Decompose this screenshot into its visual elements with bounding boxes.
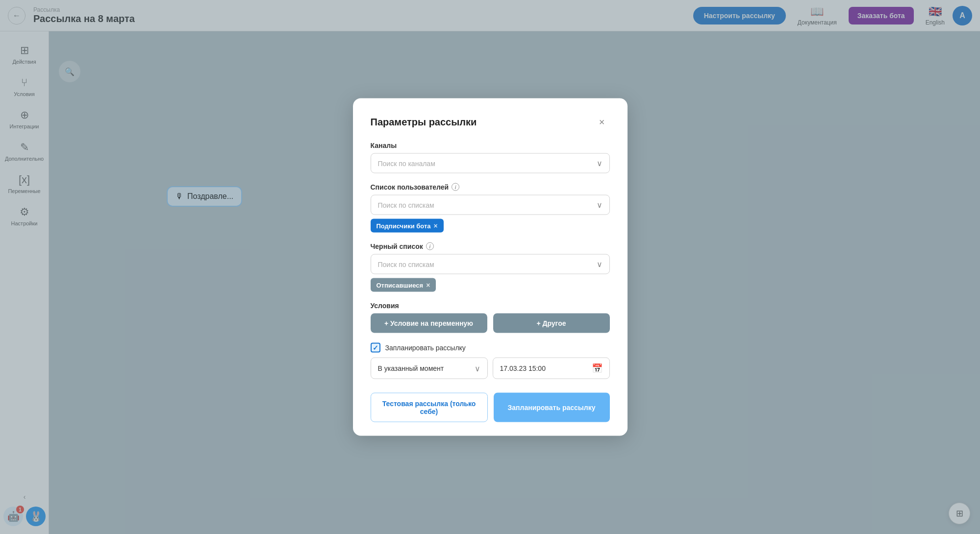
schedule-row: ✓ Запланировать рассылку [371,343,610,353]
blacklist-tags: Отписавшиеся × [371,278,610,292]
modal-header: Параметры рассылки × [371,114,610,130]
user-list-placeholder: Поиск по спискам [378,201,434,209]
condition-variable-button[interactable]: + Условие на переменную [371,314,487,333]
test-mailing-button[interactable]: Тестовая рассылка (только себе) [371,393,488,422]
blacklist-info-icon[interactable]: i [426,243,434,250]
blacklist-placeholder: Поиск по спискам [378,260,434,268]
channels-label: Каналы [371,142,610,149]
user-list-label: Список пользователей i [371,183,610,191]
tag-remove-unsubscribed[interactable]: × [426,281,430,289]
tag-unsubscribed[interactable]: Отписавшиеся × [371,278,436,292]
user-list-info-icon[interactable]: i [452,183,459,191]
tag-subscribers[interactable]: Подписчики бота × [371,219,444,233]
chevron-down-icon: ∨ [475,364,480,373]
schedule-date-picker[interactable]: 17.03.23 15:00 📅 [493,358,610,379]
user-list-dropdown[interactable]: Поиск по спискам ∨ [371,195,610,215]
channels-placeholder: Поиск по каналам [378,159,435,167]
channels-dropdown[interactable]: Поиск по каналам ∨ [371,153,610,173]
condition-other-button[interactable]: + Другое [493,314,610,333]
user-list-tags: Подписчики бота × [371,219,610,233]
tag-remove-subscribers[interactable]: × [434,222,438,230]
conditions-buttons-row: + Условие на переменную + Другое [371,314,610,333]
modal-footer: Тестовая рассылка (только себе) Запланир… [371,393,610,422]
tag-label: Подписчики бота [377,222,431,229]
conditions-section: Условия + Условие на переменную + Другое [371,302,610,333]
calendar-icon: 📅 [592,363,603,374]
chevron-down-icon: ∨ [597,260,603,269]
modal-close-button[interactable]: × [594,114,610,130]
modal-title: Параметры рассылки [371,116,477,127]
schedule-checkbox[interactable]: ✓ [371,343,380,353]
blacklist-dropdown[interactable]: Поиск по спискам ∨ [371,254,610,274]
chevron-down-icon: ∨ [597,200,603,210]
user-list-section: Список пользователей i Поиск по спискам … [371,183,610,233]
checkmark-icon: ✓ [373,344,378,352]
schedule-type-dropdown[interactable]: В указанный момент ∨ [371,358,488,379]
schedule-date-value: 17.03.23 15:00 [500,364,546,372]
chevron-down-icon: ∨ [597,159,603,168]
conditions-label: Условия [371,302,610,310]
mailing-params-modal: Параметры рассылки × Каналы Поиск по кан… [353,98,628,436]
tag-label: Отписавшиеся [377,281,424,289]
channels-section: Каналы Поиск по каналам ∨ [371,142,610,173]
schedule-label: Запланировать рассылку [385,344,466,352]
schedule-mailing-button[interactable]: Запланировать рассылку [494,393,610,422]
blacklist-label: Черный список i [371,243,610,250]
schedule-type-value: В указанный момент [378,364,444,372]
schedule-controls: В указанный момент ∨ 17.03.23 15:00 📅 [371,358,610,379]
blacklist-section: Черный список i Поиск по спискам ∨ Отпис… [371,243,610,292]
schedule-section: ✓ Запланировать рассылку В указанный мом… [371,343,610,379]
